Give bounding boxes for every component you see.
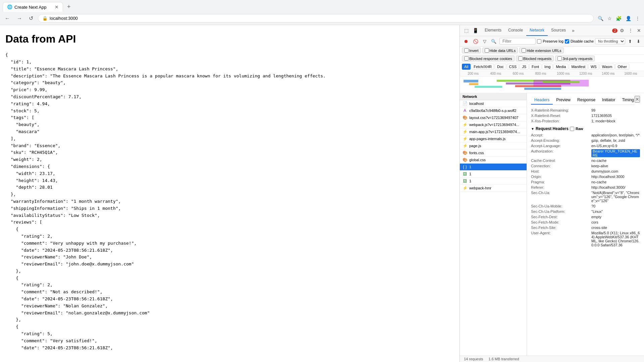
- device-toolbar-button[interactable]: 📱: [471, 27, 480, 34]
- back-button[interactable]: ←: [3, 14, 12, 23]
- zoom-button[interactable]: 🔍: [596, 14, 605, 22]
- type-filter-img[interactable]: Img: [542, 64, 553, 70]
- search-button[interactable]: 🔍: [489, 38, 498, 45]
- tab-console[interactable]: Console: [505, 25, 526, 36]
- header-value: 1721369505: [591, 114, 640, 118]
- new-tab-button[interactable]: +: [64, 2, 73, 12]
- address-bar[interactable]: 🔒 localhost:3000: [38, 14, 594, 22]
- response-headers-section: X-Ratelimit-Remaining:99X-Ratelimit-Rese…: [531, 108, 640, 124]
- list-item[interactable]: 🖼1: [460, 178, 527, 185]
- list-item[interactable]: 🖼1: [460, 171, 527, 178]
- blocked-requests-checkbox[interactable]: [518, 56, 523, 61]
- type-filter-wasm[interactable]: Wasm: [600, 64, 615, 70]
- filter-input[interactable]: [499, 38, 536, 45]
- bookmark-button[interactable]: ☆: [606, 14, 613, 22]
- type-filter-doc[interactable]: Doc: [495, 64, 506, 70]
- record-button[interactable]: ⏺: [462, 38, 470, 45]
- active-tab[interactable]: 🌐 Create Next App ✕: [3, 2, 63, 12]
- type-filter-js[interactable]: JS: [520, 64, 529, 70]
- export-button[interactable]: ⬇: [635, 38, 642, 45]
- request-name: main-app.js?v=17213694974...: [469, 130, 524, 134]
- list-item[interactable]: ⚡webpack.js?v=17213694974...: [460, 121, 527, 128]
- tab-elements[interactable]: Elements: [481, 25, 505, 36]
- devtools-settings-button[interactable]: ⚙: [618, 27, 626, 34]
- disable-cache-checkbox[interactable]: Disable cache: [565, 39, 594, 44]
- detail-tab-initiator[interactable]: Initiator: [599, 96, 619, 105]
- type-filter-fetch/xhr[interactable]: Fetch/XHR: [471, 64, 494, 70]
- request-headers-title[interactable]: ▼ Request Headers Raw: [531, 126, 640, 131]
- throttle-select[interactable]: No throttling: [595, 38, 625, 44]
- header-key: Accept-Encoding:: [531, 138, 591, 142]
- type-filter-font[interactable]: Font: [529, 64, 541, 70]
- list-item[interactable]: ⚡webpack-hmr: [460, 185, 527, 192]
- filter-button[interactable]: ▽: [481, 38, 488, 45]
- blocked-cookies-checkbox[interactable]: [464, 56, 469, 61]
- preserve-log-input[interactable]: [537, 39, 541, 44]
- tab-close-button[interactable]: ✕: [55, 4, 59, 10]
- hide-data-urls-filter[interactable]: Hide data URLs: [482, 48, 518, 53]
- nav-bar: ← → ↺ 🔒 localhost:3000 🔍 ☆ 🧩 👤 ⋮: [0, 12, 644, 25]
- timeline-label: 200 ms: [462, 72, 484, 75]
- list-item[interactable]: ⚡main-app.js?v=17213694974...: [460, 128, 527, 135]
- header-value: http://localhost:3000: [591, 175, 640, 179]
- preserve-log-checkbox[interactable]: Preserve log: [537, 39, 564, 44]
- type-filter-all[interactable]: All: [462, 64, 471, 70]
- clear-button[interactable]: 🚫: [471, 38, 480, 45]
- header-key: Sec-Ch-Ua-Mobile:: [531, 204, 591, 208]
- profile-button[interactable]: 👤: [624, 14, 633, 22]
- type-filter-ws[interactable]: WS: [588, 64, 599, 70]
- third-party-checkbox[interactable]: [557, 56, 562, 61]
- forward-button[interactable]: →: [15, 14, 24, 23]
- inspect-element-button[interactable]: ⬚: [463, 27, 470, 34]
- header-value: "Linux": [591, 209, 640, 214]
- refresh-button[interactable]: ↺: [27, 14, 35, 23]
- hide-data-urls-checkbox[interactable]: [485, 48, 489, 53]
- blocked-requests-filter[interactable]: Blocked requests: [516, 56, 554, 61]
- response-header-rows: X-Ratelimit-Remaining:99X-Ratelimit-Rese…: [531, 108, 640, 124]
- detail-tab-timing[interactable]: Timing: [619, 96, 637, 105]
- extensions-button[interactable]: 🧩: [614, 14, 623, 22]
- list-item[interactable]: { }1: [460, 164, 527, 171]
- detail-row: Accept-Encoding:gzip, deflate, br, zstd: [531, 138, 640, 143]
- disable-cache-input[interactable]: [565, 39, 569, 44]
- invert-checkbox[interactable]: [464, 48, 469, 53]
- tab-sources[interactable]: Sources: [548, 25, 569, 36]
- detail-tab-preview[interactable]: Preview: [553, 96, 574, 105]
- font-icon: A: [463, 108, 467, 113]
- detail-tab-headers[interactable]: Headers: [531, 96, 553, 105]
- third-party-filter[interactable]: 3rd-party requests: [555, 56, 595, 61]
- list-item[interactable]: Ac9a5bc6a7c948fb0-s.p.woff2: [460, 107, 527, 114]
- type-filter-other[interactable]: Other: [615, 64, 629, 70]
- raw-checkbox[interactable]: Raw: [570, 127, 583, 131]
- type-filter-media[interactable]: Media: [553, 64, 568, 70]
- list-item[interactable]: 🎨layout.css?v=1721369497407: [460, 114, 527, 121]
- invert-filter[interactable]: Invert: [462, 48, 481, 53]
- detail-tab-response[interactable]: Response: [574, 96, 599, 105]
- more-tabs-button[interactable]: »: [569, 26, 577, 35]
- hide-extension-checkbox[interactable]: [522, 48, 526, 53]
- detail-panel: ✕ HeadersPreviewResponseInitiatorTiming …: [527, 93, 644, 356]
- import-button[interactable]: ⬆: [627, 38, 634, 45]
- header-key: Sec-Fetch-Site:: [531, 226, 591, 230]
- tab-network[interactable]: Network: [526, 25, 548, 36]
- devtools-more-button[interactable]: ⋮: [627, 27, 635, 34]
- request-header-rows: Accept:application/json, text/plain, */*…: [531, 132, 640, 248]
- doc-icon: 📄: [463, 101, 467, 106]
- list-item[interactable]: 📄localhost: [460, 100, 527, 107]
- list-item[interactable]: 🎨fonts.css: [460, 149, 527, 157]
- type-filter-manifest[interactable]: Manifest: [569, 64, 588, 70]
- devtools-close-button[interactable]: ✕: [635, 27, 643, 34]
- lock-icon: 🔒: [42, 16, 48, 21]
- menu-button[interactable]: ⋮: [634, 14, 641, 22]
- type-filter-css[interactable]: CSS: [507, 64, 519, 70]
- list-item[interactable]: ⚡page.js: [460, 142, 527, 149]
- raw-input[interactable]: [570, 127, 574, 131]
- list-item[interactable]: ⚡app-pages-internals.js: [460, 135, 527, 142]
- list-item[interactable]: 🎨global.css: [460, 157, 527, 164]
- blocked-cookies-filter[interactable]: Blocked response cookies: [462, 56, 515, 61]
- address-input[interactable]: localhost:3000: [50, 16, 589, 21]
- detail-row: X-Xss-Protection:1; mode=block: [531, 118, 640, 124]
- hide-extension-urls-filter[interactable]: Hide extension URLs: [519, 48, 564, 53]
- page-content: Data from API { "id": 1, "title": "Essen…: [0, 25, 460, 362]
- timeline-label: 800 ms: [529, 72, 552, 75]
